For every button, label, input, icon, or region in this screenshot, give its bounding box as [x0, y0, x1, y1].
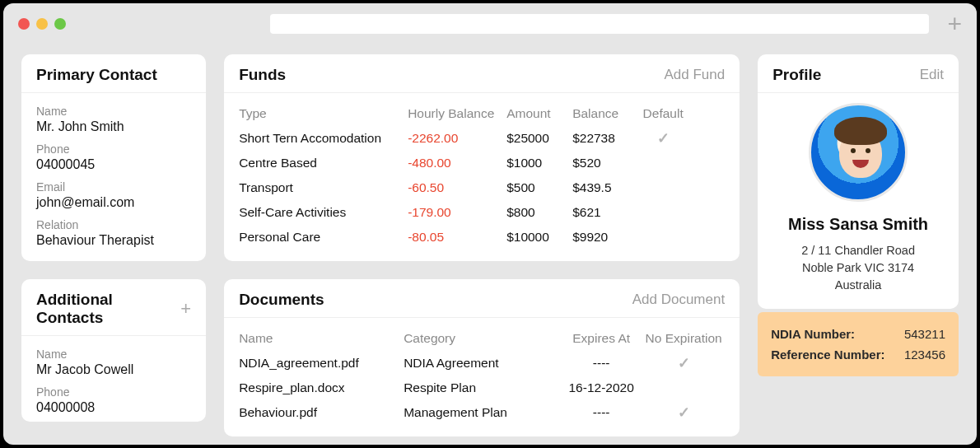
- add-fund-button[interactable]: Add Fund: [664, 67, 725, 83]
- document-expires: ----: [560, 356, 642, 371]
- funds-row[interactable]: Centre Based-480.00$1000$520: [239, 151, 725, 175]
- documents-title: Documents: [239, 291, 324, 309]
- document-row[interactable]: Behaviour.pdfManagement Plan----✓: [239, 400, 725, 425]
- fund-default: ✓: [638, 129, 688, 147]
- funds-row[interactable]: Short Tern Accomodation-2262.00$25000$22…: [239, 126, 725, 151]
- documents-header-name: Name: [239, 331, 404, 346]
- document-noexp: ✓: [642, 404, 725, 422]
- add-document-button[interactable]: Add Document: [632, 292, 725, 308]
- primary-contact-email: john@email.com: [36, 195, 191, 210]
- primary-contact-name: Mr. John Smith: [36, 119, 191, 134]
- primary-contact-name-label: Name: [36, 105, 191, 118]
- app-window: + Primary Contact Name Mr. John Smith Ph…: [3, 3, 977, 445]
- funds-header-hourly: Hourly Balance: [408, 106, 506, 121]
- additional-contact-name-label: Name: [36, 348, 191, 361]
- additional-contact-phone: 04000008: [36, 400, 191, 415]
- address-bar[interactable]: [270, 14, 929, 34]
- profile-address: 2 / 11 Chandler Road Noble Park VIC 3174…: [801, 242, 915, 294]
- documents-card: Documents Add Document Name Category Exp…: [224, 279, 740, 436]
- documents-header-expires: Expires At: [560, 331, 642, 346]
- document-row[interactable]: Respire_plan.docxRespite Plan16-12-2020: [239, 376, 725, 400]
- fund-type: Centre Based: [239, 156, 408, 170]
- primary-contact-title: Primary Contact: [36, 66, 157, 84]
- document-category: NDIA Agreement: [404, 356, 560, 371]
- documents-header-noexp: No Expiration: [642, 331, 725, 346]
- additional-contacts-title: Additional Contacts: [36, 291, 180, 327]
- funds-header-type: Type: [239, 106, 408, 121]
- check-icon: ✓: [657, 130, 670, 147]
- ndia-label: NDIA Number:: [771, 327, 855, 341]
- ref-label: Reference Number:: [771, 348, 884, 362]
- edit-profile-button[interactable]: Edit: [920, 67, 944, 83]
- funds-row[interactable]: Personal Care-80.05$10000$9920: [239, 225, 725, 250]
- document-category: Respite Plan: [404, 380, 560, 395]
- fund-hourly: -480.00: [408, 156, 506, 170]
- fund-amount: $10000: [506, 230, 572, 245]
- content-area: Primary Contact Name Mr. John Smith Phon…: [3, 44, 977, 445]
- document-noexp: ✓: [642, 354, 725, 372]
- fund-amount: $500: [506, 180, 572, 195]
- funds-row[interactable]: Self-Care Activities-179.00$800$621: [239, 200, 725, 225]
- fund-type: Transport: [239, 180, 408, 195]
- fund-type: Personal Care: [239, 230, 408, 245]
- fund-balance: $439.5: [572, 180, 638, 195]
- funds-title: Funds: [239, 66, 286, 84]
- fund-type: Short Tern Accomodation: [239, 131, 408, 146]
- additional-contact-name: Mr Jacob Cowell: [36, 362, 191, 377]
- profile-meta: NDIA Number: 543211 Reference Number: 12…: [758, 312, 959, 376]
- funds-card: Funds Add Fund Type Hourly Balance Amoun…: [224, 54, 740, 261]
- primary-contact-card: Primary Contact Name Mr. John Smith Phon…: [21, 54, 206, 261]
- documents-table: Name Category Expires At No Expiration N…: [224, 318, 740, 436]
- document-expires: 16-12-2020: [560, 380, 642, 395]
- funds-header-default: Default: [638, 106, 688, 121]
- document-name: Respire_plan.docx: [239, 380, 404, 395]
- check-icon: ✓: [678, 404, 690, 421]
- primary-contact-phone: 04000045: [36, 157, 191, 172]
- check-icon: ✓: [678, 355, 690, 371]
- fund-amount: $25000: [506, 131, 572, 146]
- document-expires: ----: [560, 405, 642, 420]
- profile-addr-line2: Noble Park VIC 3174: [801, 259, 915, 277]
- fund-balance: $22738: [572, 131, 638, 146]
- additional-contact-phone-label: Phone: [36, 385, 191, 399]
- funds-table: Type Hourly Balance Amount Balance Defau…: [224, 93, 740, 261]
- primary-contact-relation-label: Relation: [36, 218, 191, 231]
- fund-hourly: -2262.00: [408, 131, 506, 146]
- profile-title: Profile: [772, 66, 821, 84]
- add-contact-button[interactable]: +: [180, 300, 191, 318]
- primary-contact-relation: Behaviour Therapist: [36, 233, 191, 248]
- document-category: Management Plan: [404, 405, 560, 420]
- profile-addr-line3: Australia: [801, 277, 915, 294]
- fund-amount: $1000: [506, 156, 572, 170]
- minimize-window-button[interactable]: [36, 18, 48, 30]
- additional-contacts-card: Additional Contacts + Name Mr Jacob Cowe…: [21, 279, 206, 422]
- fund-balance: $520: [572, 156, 638, 170]
- documents-header-row: Name Category Expires At No Expiration: [239, 326, 725, 351]
- maximize-window-button[interactable]: [54, 18, 66, 30]
- funds-row[interactable]: Transport-60.50$500$439.5: [239, 175, 725, 200]
- profile-name: Miss Sansa Smith: [788, 215, 928, 234]
- document-name: NDIA_agreement.pdf: [239, 356, 404, 371]
- funds-header-amount: Amount: [506, 106, 572, 121]
- documents-header-category: Category: [404, 331, 560, 346]
- funds-header-row: Type Hourly Balance Amount Balance Defau…: [239, 101, 725, 126]
- plus-icon[interactable]: +: [947, 12, 962, 36]
- profile-card: Profile Edit Miss Sansa Smith 2 / 11 Cha…: [758, 54, 959, 309]
- fund-hourly: -80.05: [408, 230, 506, 245]
- fund-hourly: -60.50: [408, 180, 506, 195]
- avatar: [809, 103, 908, 202]
- primary-contact-phone-label: Phone: [36, 142, 191, 156]
- fund-balance: $621: [572, 205, 638, 220]
- fund-balance: $9920: [572, 230, 638, 245]
- profile-addr-line1: 2 / 11 Chandler Road: [801, 242, 915, 259]
- fund-type: Self-Care Activities: [239, 205, 408, 220]
- funds-header-balance: Balance: [572, 106, 638, 121]
- document-name: Behaviour.pdf: [239, 405, 404, 420]
- close-window-button[interactable]: [18, 18, 30, 30]
- window-chrome: +: [3, 3, 977, 44]
- document-row[interactable]: NDIA_agreement.pdfNDIA Agreement----✓: [239, 351, 725, 376]
- primary-contact-email-label: Email: [36, 180, 191, 194]
- fund-amount: $800: [506, 205, 572, 220]
- ndia-value: 543211: [904, 327, 945, 341]
- ref-value: 123456: [904, 348, 945, 362]
